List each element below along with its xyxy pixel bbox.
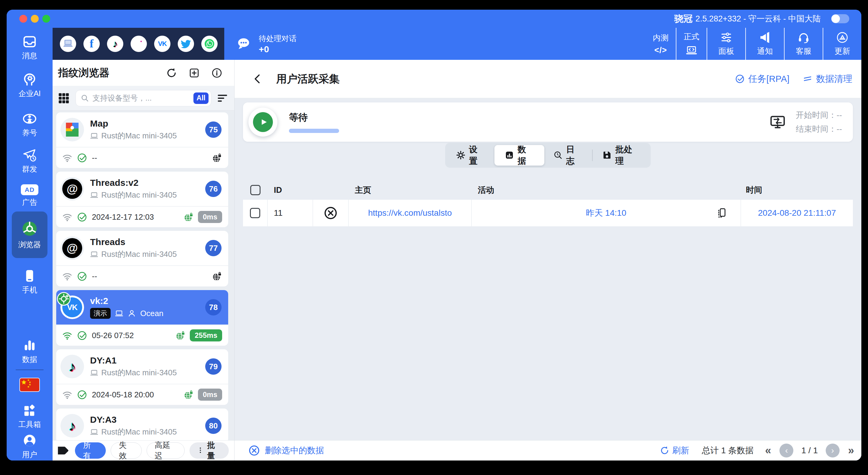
sidebar-item-account-nurture[interactable]: 养号: [7, 112, 53, 138]
wifi-icon: [62, 271, 72, 281]
tab-data[interactable]: 数据: [494, 145, 544, 166]
sidebar-item-mass-send[interactable]: 群发: [7, 148, 53, 174]
latency-badge: 0ms: [198, 388, 222, 401]
add-profile-icon[interactable]: [189, 68, 199, 78]
refresh-button[interactable]: 刷新: [660, 445, 689, 456]
check-circle-icon: [77, 212, 87, 222]
twitter-icon[interactable]: [178, 36, 194, 52]
sidebar-item-toolbox[interactable]: 工具箱: [7, 403, 53, 430]
sidebar-item-enterprise-ai[interactable]: 企业AI: [7, 72, 53, 98]
platform-icons-bar: f ♪ VK: [53, 28, 224, 60]
proxy-globe-lock-icon[interactable]: [212, 153, 222, 163]
play-icon: [258, 117, 269, 128]
whatsapp-icon[interactable]: [201, 36, 218, 52]
profile-card-threads-v2[interactable]: @ Threads:v2 Rust的Mac mini-3405 76: [56, 171, 228, 227]
search-scope-badge[interactable]: All: [193, 92, 209, 104]
proxy-globe-lock-icon[interactable]: [212, 271, 222, 281]
data-table: ID 主页 活动 时间 11 https://vk.com/ustalsto: [243, 180, 853, 226]
theme-toggle[interactable]: [831, 14, 849, 23]
sidebar-item-messages[interactable]: 消息: [7, 35, 53, 61]
tab-settings[interactable]: 设置: [447, 143, 494, 168]
app-store-icon: [836, 31, 848, 43]
search-input[interactable]: [92, 94, 190, 102]
profile-status-time: 2024-05-18 20:00: [92, 390, 154, 400]
next-page-button[interactable]: ›: [826, 444, 840, 457]
last-page-button[interactable]: »: [848, 444, 854, 457]
delete-selected-button[interactable]: 删除选中的数据: [248, 445, 324, 456]
profile-card-dy-a1[interactable]: ♪ DY:A1 Rust的Mac mini-3405 79 2024: [56, 349, 228, 405]
wifi-icon: [62, 212, 72, 222]
sidebar-item-phone[interactable]: 手机: [7, 269, 53, 295]
action-label: 正式: [684, 31, 700, 42]
proxy-globe-lock-icon[interactable]: [184, 212, 194, 222]
first-page-button[interactable]: «: [765, 444, 771, 457]
instagram-icon[interactable]: [130, 36, 147, 52]
facebook-icon[interactable]: f: [84, 36, 100, 52]
monitor-transfer-icon[interactable]: [770, 114, 785, 130]
filter-all[interactable]: 所有: [75, 442, 106, 459]
prev-page-button[interactable]: ‹: [779, 444, 793, 457]
profile-card-threads[interactable]: @ Threads Rust的Mac mini-3405 77 --: [56, 231, 228, 286]
minimize-window-button[interactable]: [31, 15, 39, 23]
filter-high-latency[interactable]: 高延迟: [147, 442, 185, 459]
notifications-button[interactable]: 通知: [745, 28, 784, 60]
ai-head-gear-icon: [23, 72, 37, 87]
vk-icon[interactable]: VK: [154, 36, 170, 52]
column-header-activity: 活动: [472, 180, 741, 200]
action-label: 客服: [796, 46, 811, 57]
tag-icon[interactable]: [57, 444, 70, 456]
tab-logs[interactable]: 日志: [544, 143, 592, 168]
info-icon[interactable]: [212, 68, 222, 78]
sort-icon[interactable]: [217, 92, 228, 104]
batch-button[interactable]: 批量: [189, 442, 229, 459]
log-search-icon: [553, 151, 563, 160]
filter-invalid[interactable]: 失效: [111, 442, 142, 459]
proxy-globe-lock-icon[interactable]: [176, 330, 186, 341]
sidebar-item-region-flag[interactable]: [7, 378, 53, 391]
profile-name: vk:2: [90, 296, 163, 306]
refresh-icon[interactable]: [166, 68, 177, 78]
table-header-row: ID 主页 活动 时间: [243, 180, 853, 200]
sidebar-item-browser[interactable]: 浏览器: [12, 212, 48, 258]
laptop-icon: [90, 428, 98, 436]
check-circle-icon: [735, 74, 745, 84]
select-all-checkbox[interactable]: [250, 185, 260, 195]
profile-card-map[interactable]: Map Rust的Mac mini-3405 75 --: [56, 113, 228, 168]
profile-name: Threads: [90, 237, 177, 247]
pending-chat-button[interactable]: 待处理对话 +0: [224, 34, 297, 54]
row-checkbox[interactable]: [250, 208, 260, 218]
laptop-icon: [90, 191, 98, 199]
panel-button[interactable]: 面板: [707, 28, 745, 60]
activity-time[interactable]: 昨天 14:10: [586, 207, 626, 219]
update-button[interactable]: 更新: [823, 28, 861, 60]
sidebar-item-data[interactable]: 数据: [7, 339, 53, 365]
tiktok-icon[interactable]: ♪: [107, 36, 123, 52]
task-state-label: 等待: [289, 111, 339, 124]
close-window-button[interactable]: [19, 15, 27, 23]
task-rpa-label: 任务[RPA]: [748, 73, 789, 85]
homepage-link[interactable]: https://vk.com/ustalsto: [368, 208, 452, 218]
play-button[interactable]: [248, 107, 277, 136]
sidebar-item-ads[interactable]: AD 广告: [7, 184, 53, 207]
back-chevron-icon[interactable]: [252, 73, 263, 84]
circle-x-icon[interactable]: [324, 206, 338, 220]
beta-channel-button[interactable]: 内测 </>: [646, 28, 676, 60]
grid-view-icon[interactable]: [57, 92, 70, 104]
zoom-window-button[interactable]: [42, 15, 50, 23]
profile-number-badge: 80: [205, 418, 221, 434]
sidebar-divider: [16, 370, 43, 370]
copy-icon[interactable]: [716, 207, 728, 219]
profile-list: Map Rust的Mac mini-3405 75 --: [53, 110, 234, 440]
stable-channel-button[interactable]: 正式: [676, 28, 707, 60]
device-laptop-icon[interactable]: [60, 36, 76, 52]
profile-card-vk2-selected[interactable]: VK vk:2 演示 Ocean: [56, 290, 228, 346]
task-rpa-link[interactable]: 任务[RPA]: [735, 73, 789, 85]
tab-batch[interactable]: 批处理: [593, 143, 649, 168]
profile-card-dy-a3[interactable]: ♪ DY:A3 Rust的Mac mini-3405 80: [56, 409, 228, 440]
sidebar-item-user[interactable]: 用户: [7, 434, 53, 460]
data-clean-link[interactable]: 数据清理: [803, 73, 852, 85]
proxy-globe-lock-icon[interactable]: [184, 390, 194, 400]
support-button[interactable]: 客服: [784, 28, 823, 60]
row-time: 2024-08-20 21:11:07: [741, 200, 853, 226]
more-vertical-icon: [197, 447, 204, 454]
